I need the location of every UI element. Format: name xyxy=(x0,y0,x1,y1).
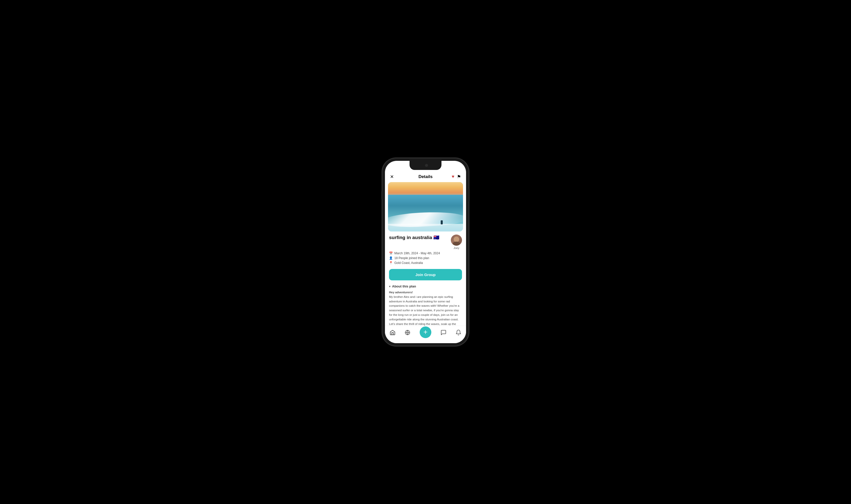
header-actions: ♥ ⚑ xyxy=(451,174,461,180)
power-button xyxy=(468,189,469,201)
nav-notifications[interactable] xyxy=(456,329,461,337)
nav-home[interactable] xyxy=(390,329,395,337)
about-greeting: Hey adventurers! xyxy=(389,291,413,294)
avatar-face xyxy=(454,237,459,242)
header-bar: ✕ Details ♥ ⚑ xyxy=(385,172,466,182)
globe-icon xyxy=(405,329,410,337)
about-section-header[interactable]: ▾ About this plan xyxy=(389,284,462,288)
plan-title-block: surfing in australia 🇦🇺 xyxy=(389,235,440,240)
avatar-body xyxy=(453,241,460,246)
date-row: 📅 March 19th, 2024 - May 4th, 2024 xyxy=(389,252,462,255)
plan-title: surfing in australia 🇦🇺 xyxy=(389,235,440,240)
notch xyxy=(410,161,441,170)
camera xyxy=(425,164,428,167)
page-title: Details xyxy=(419,174,432,179)
location-icon: 📍 xyxy=(389,261,393,265)
people-icon: 👤 xyxy=(389,256,393,260)
phone-frame: ✕ Details ♥ ⚑ surfing in australi xyxy=(383,158,468,346)
avatar-image xyxy=(451,235,462,246)
bell-icon xyxy=(456,329,461,337)
location-row: 📍 Gold Coast, Australia xyxy=(389,261,462,265)
chat-icon xyxy=(441,329,446,337)
date-range: March 19th, 2024 - May 4th, 2024 xyxy=(394,252,440,255)
add-icon: + xyxy=(424,329,427,336)
hero-image xyxy=(388,182,463,232)
people-row: 👤 18 People joined this plan xyxy=(389,256,462,260)
nav-add-button[interactable]: + xyxy=(420,326,431,338)
flag-button[interactable]: ⚑ xyxy=(457,174,461,180)
close-button[interactable]: ✕ xyxy=(390,174,394,180)
calendar-icon: 📅 xyxy=(389,252,393,255)
nav-chat[interactable] xyxy=(441,329,446,337)
host-name: Joey xyxy=(454,247,459,250)
people-count: 18 People joined this plan xyxy=(394,256,429,260)
favorite-button[interactable]: ♥ xyxy=(451,174,455,180)
about-section-label: About this plan xyxy=(392,284,416,288)
nav-explore[interactable] xyxy=(405,329,410,337)
host-avatar[interactable]: Joey xyxy=(451,235,462,250)
phone-screen: ✕ Details ♥ ⚑ surfing in australi xyxy=(385,161,466,343)
scrollable-content: ✕ Details ♥ ⚑ surfing in australi xyxy=(385,161,466,343)
hero-foam xyxy=(388,224,463,232)
title-row: surfing in australia 🇦🇺 Joey xyxy=(389,235,462,250)
hero-person xyxy=(441,220,443,224)
join-group-button[interactable]: Join Group xyxy=(389,269,462,281)
bottom-navigation: + xyxy=(385,326,466,343)
about-chevron-icon: ▾ xyxy=(389,285,391,288)
volume-button xyxy=(382,191,383,199)
location-text: Gold Coast, Australia xyxy=(394,261,423,265)
home-icon xyxy=(390,329,395,337)
